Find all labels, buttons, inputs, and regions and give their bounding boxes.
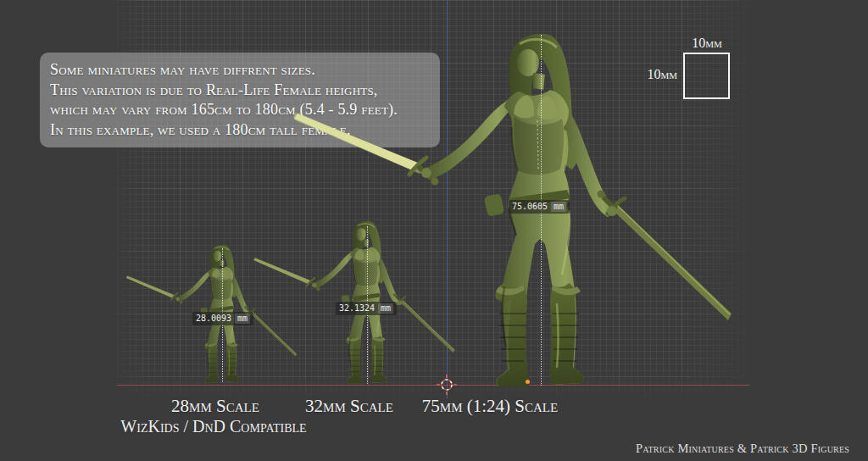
footer-credit: Patrick Miniatures & Patrick 3D Figures	[636, 442, 849, 456]
measurement-unit: mm	[551, 202, 566, 212]
3d-cursor-icon	[436, 374, 458, 396]
reference-square-side-label: 10mm	[647, 67, 680, 82]
measurement-unit: mm	[235, 314, 250, 324]
miniature-figure-75mm[interactable]	[292, 32, 737, 397]
measurement-label-28mm: 28.0093mm	[192, 312, 253, 325]
scale-label-28mm: 28mm Scale	[171, 396, 259, 417]
reference-square-10mm	[683, 53, 730, 99]
scale-label-75mm: 75mm (1:24) Scale	[422, 396, 558, 417]
measurement-value: 75.0605	[512, 202, 548, 212]
measurement-label-75mm: 75.0605mm	[509, 200, 570, 214]
object-origin-dot	[526, 380, 530, 384]
scale-label-32mm: 32mm Scale	[305, 396, 393, 417]
scale-label-28mm-subtitle: WizKids / DnD Compatible	[120, 417, 306, 436]
measurement-label-32mm: 32.1324mm	[336, 302, 397, 315]
measurement-value: 32.1324	[339, 303, 375, 314]
measurement-value: 28.0093	[196, 314, 231, 324]
viewport-3d[interactable]: Some miniatures may have diffrent sizes.…	[0, 0, 868, 461]
reference-square-top-label: 10mm	[692, 36, 722, 51]
measurement-unit: mm	[378, 303, 393, 314]
